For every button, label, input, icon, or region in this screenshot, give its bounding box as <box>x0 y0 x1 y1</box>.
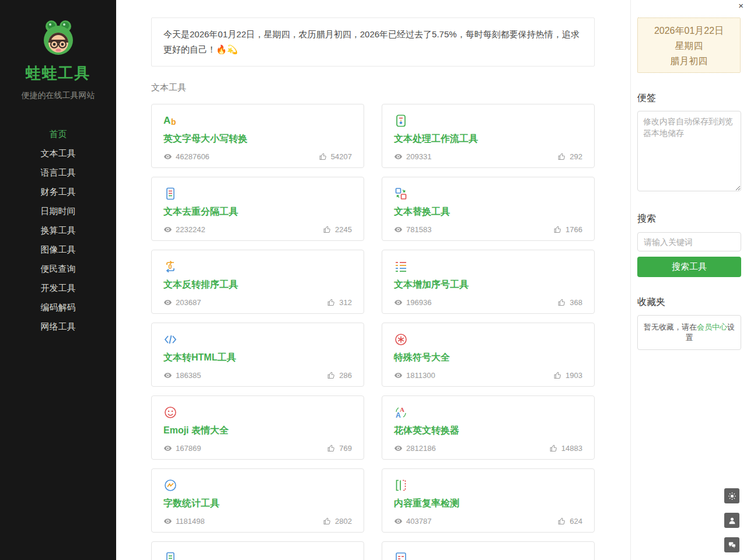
nav-item-image-tools[interactable]: 图像工具 <box>0 240 116 259</box>
numbered-list-icon <box>394 260 408 274</box>
document-lines-icon <box>163 551 177 560</box>
likes-icon <box>557 298 566 307</box>
note-label: 便签 <box>637 92 741 104</box>
views-icon <box>163 152 172 161</box>
tool-card[interactable]: 文本替换工具 781583 1766 <box>382 177 595 241</box>
tool-card-grid: Ab 英文字母大小写转换 46287606 54207 文本处理工作流工具 20… <box>151 104 595 560</box>
chat-feedback-icon <box>728 541 736 550</box>
tool-card[interactable]: 内容重复率检测 403787 624 <box>382 468 595 533</box>
like-count: 624 <box>570 517 582 526</box>
view-count: 403787 <box>406 517 431 526</box>
svg-text:b: b <box>171 117 176 127</box>
likes-icon <box>323 225 331 234</box>
word-count-icon <box>163 478 177 492</box>
search-input[interactable] <box>637 232 741 251</box>
like-count: 14883 <box>561 444 582 453</box>
tool-card[interactable] <box>382 541 595 560</box>
like-count: 286 <box>339 371 352 380</box>
like-count: 368 <box>570 298 582 307</box>
tool-title[interactable]: 文本替换工具 <box>394 206 582 218</box>
user-icon <box>728 516 736 525</box>
replace-swap-icon <box>394 187 408 201</box>
tool-card[interactable]: Ab 英文字母大小写转换 46287606 54207 <box>151 104 364 168</box>
tool-card[interactable]: AA 花体英文转换器 2812186 14883 <box>382 396 595 460</box>
tool-title[interactable]: 字数统计工具 <box>163 498 352 510</box>
search-tools-button[interactable]: 搜索工具 <box>637 257 741 277</box>
tool-title[interactable]: 花体英文转换器 <box>394 425 582 437</box>
tool-title[interactable]: 文本转HTML工具 <box>163 352 352 364</box>
close-icon[interactable]: × <box>738 1 743 10</box>
view-count: 2812186 <box>406 444 436 453</box>
svg-text:A: A <box>396 411 401 419</box>
tool-title[interactable]: 英文字母大小写转换 <box>163 133 352 145</box>
member-center-link[interactable]: 会员中心 <box>697 323 727 331</box>
nav-item-encode-decode[interactable]: 编码解码 <box>0 298 116 317</box>
frog-logo-icon[interactable] <box>40 19 77 56</box>
site-title[interactable]: 蛙蛙工具 <box>0 63 116 83</box>
date-widget: 2026年01月22日 星期四 腊月初四 <box>637 18 741 73</box>
views-icon <box>394 298 403 307</box>
likes-icon <box>549 444 558 453</box>
tool-title[interactable]: 内容重复率检测 <box>394 498 582 510</box>
theme-sun-icon <box>728 492 736 501</box>
likes-icon <box>557 517 566 526</box>
likes-icon <box>327 371 336 380</box>
view-count: 46287606 <box>176 152 210 161</box>
nav-item-home[interactable]: 首页 <box>0 124 116 144</box>
special-symbol-icon <box>394 332 408 346</box>
tool-title[interactable]: 文本增加序号工具 <box>394 279 582 291</box>
nav-item-dev-tools[interactable]: 开发工具 <box>0 278 116 298</box>
nav-item-text-tools[interactable]: 文本工具 <box>0 144 116 163</box>
tool-title[interactable]: 文本处理工作流工具 <box>394 133 582 145</box>
site-subtitle: 便捷的在线工具网站 <box>0 90 116 101</box>
user-button[interactable] <box>724 513 739 528</box>
view-count: 1181498 <box>176 517 205 526</box>
section-title: 文本工具 <box>151 82 595 93</box>
main-content: 今天是2026年01月22日，星期四，农历腊月初四，2026年已经过去了5.75… <box>116 0 630 560</box>
tool-card[interactable]: 0 文本反转排序工具 203687 312 <box>151 250 364 314</box>
tool-card[interactable]: 文本去重分隔工具 2232242 2245 <box>151 177 364 241</box>
view-count: 781583 <box>406 225 431 234</box>
likes-icon <box>557 152 566 161</box>
svg-text:0: 0 <box>169 263 172 270</box>
workflow-icon <box>394 114 408 128</box>
favorites-label: 收藏夹 <box>637 296 741 309</box>
nav-item-network-tools[interactable]: 网络工具 <box>0 317 116 336</box>
view-count: 186385 <box>176 371 201 380</box>
views-icon <box>394 517 403 526</box>
theme-toggle-button[interactable] <box>724 488 739 503</box>
tool-title[interactable]: 文本去重分隔工具 <box>163 206 352 218</box>
like-count: 1766 <box>566 225 582 234</box>
view-count: 209331 <box>406 152 431 161</box>
views-icon <box>163 371 172 380</box>
tool-title[interactable]: 特殊符号大全 <box>394 352 582 364</box>
tool-card[interactable]: 文本处理工作流工具 209331 292 <box>382 104 595 168</box>
views-icon <box>394 371 403 380</box>
nav-item-date-time[interactable]: 日期时间 <box>0 201 116 220</box>
nav-item-convenience-query[interactable]: 便民查询 <box>0 259 116 278</box>
likes-icon <box>323 517 331 526</box>
view-count: 167869 <box>176 444 201 453</box>
views-icon <box>163 444 172 453</box>
weekday-line: 星期四 <box>638 38 740 54</box>
favorites-empty-box: 暂无收藏，请在会员中心设置 <box>637 315 741 350</box>
view-count: 1811300 <box>406 371 435 380</box>
reverse-sort-icon: 0 <box>163 260 177 274</box>
like-count: 292 <box>570 152 582 161</box>
tool-card[interactable]: 文本转HTML工具 186385 286 <box>151 323 364 387</box>
note-textarea[interactable] <box>637 111 741 191</box>
svg-text:A: A <box>163 115 170 126</box>
tool-card[interactable]: Emoji 表情大全 167869 769 <box>151 396 364 460</box>
tool-card[interactable] <box>151 541 364 560</box>
nav-item-conversion-tools[interactable]: 换算工具 <box>0 220 116 240</box>
like-count: 54207 <box>331 152 352 161</box>
tool-title[interactable]: 文本反转排序工具 <box>163 279 352 291</box>
nav-item-finance-tools[interactable]: 财务工具 <box>0 182 116 201</box>
tool-card[interactable]: 特殊符号大全 1811300 1903 <box>382 323 595 387</box>
nav-item-language-tools[interactable]: 语言工具 <box>0 163 116 182</box>
tool-card[interactable]: 字数统计工具 1181498 2802 <box>151 468 364 533</box>
dedupe-document-icon <box>163 187 177 201</box>
feedback-button[interactable] <box>724 537 739 552</box>
tool-title[interactable]: Emoji 表情大全 <box>163 425 352 437</box>
tool-card[interactable]: 文本增加序号工具 196936 368 <box>382 250 595 314</box>
